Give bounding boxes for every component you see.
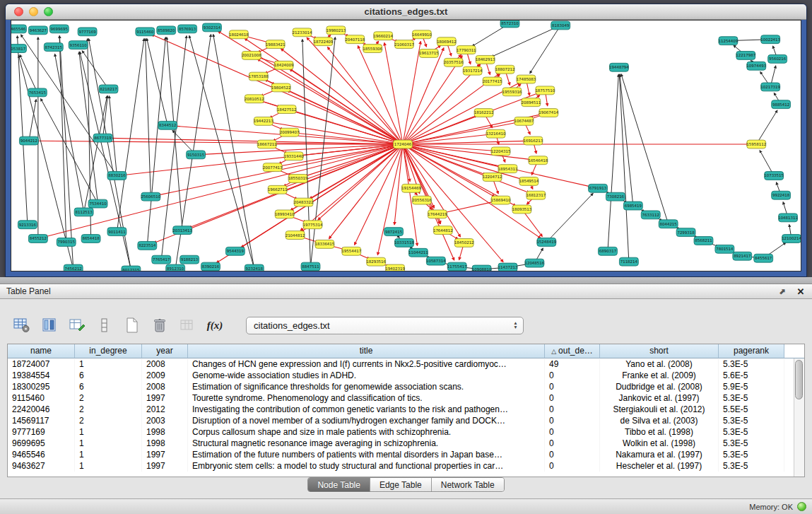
graph-node[interactable]: 9872415	[384, 228, 404, 236]
table-cell[interactable]: 6	[75, 370, 142, 381]
graph-node[interactable]: 9188213	[180, 255, 199, 264]
table-row[interactable]: 946554611997Estimation of the future num…	[8, 449, 794, 460]
table-cell[interactable]: Jankovic et al. (1997)	[600, 392, 719, 404]
graph-node[interactable]: 12217987	[736, 52, 755, 60]
table-cell[interactable]: 0	[545, 415, 600, 426]
table-cell[interactable]: 0	[545, 404, 600, 415]
graph-node[interactable]: 10974493	[746, 62, 766, 70]
graph-node[interactable]: 9465546	[11, 25, 26, 33]
graph-edge[interactable]	[146, 39, 151, 197]
table-cell[interactable]: 1998	[142, 438, 188, 449]
table-cell[interactable]: Estimation of significance thresholds fo…	[188, 381, 545, 392]
panel-splitter[interactable]: ▾	[0, 277, 812, 284]
table-cell[interactable]: 9465546	[8, 449, 75, 460]
graph-node[interactable]: 7765417	[152, 255, 171, 264]
graph-node[interactable]: 8912310	[166, 264, 185, 271]
graph-node[interactable]: 19442213	[254, 117, 273, 125]
graph-node[interactable]: 18093513	[512, 205, 532, 214]
column-header-in_degree[interactable]: in_degree	[75, 344, 142, 358]
tab-network-table[interactable]: Network Table	[431, 478, 504, 491]
graph-node[interactable]: 19448794	[609, 63, 629, 71]
graph-node[interactable]: 19613715	[419, 49, 439, 58]
graph-node[interactable]: 18993410	[275, 210, 295, 218]
graph-node[interactable]: 16649910	[412, 30, 432, 39]
table-cell[interactable]: 9115460	[8, 392, 75, 404]
table-cell[interactable]: Investigating the contribution of common…	[188, 404, 545, 415]
graph-node[interactable]: 18450212	[454, 239, 474, 247]
table-row[interactable]: 969969511998Structural magnetic resonanc…	[8, 438, 794, 449]
graph-node[interactable]: 9053817	[11, 45, 26, 53]
table-cell[interactable]: 9699695	[8, 438, 75, 449]
table-cell[interactable]: 5.3E-5	[719, 426, 784, 438]
graph-node[interactable]: 16812317	[526, 191, 546, 199]
tab-node-table[interactable]: Node Table	[308, 478, 370, 491]
table-cell[interactable]: 19384554	[8, 370, 75, 381]
graph-node[interactable]: 25606510	[141, 192, 160, 201]
graph-node[interactable]: 9150315	[187, 151, 206, 159]
table-cell[interactable]: 1997	[142, 460, 188, 472]
table-cell[interactable]: 14569117	[8, 415, 75, 426]
graph-node[interactable]: 8455212	[28, 235, 47, 243]
tab-edge-table[interactable]: Edge Table	[370, 478, 431, 491]
graph-edge[interactable]	[117, 39, 143, 232]
graph-node[interactable]: 19883421	[266, 40, 286, 49]
column-header-name[interactable]: name	[8, 344, 75, 358]
graph-node[interactable]: 19067414	[539, 109, 558, 117]
table-row[interactable]: 1938455462009Genome-wide association stu…	[8, 370, 794, 381]
graph-edge[interactable]	[619, 74, 628, 262]
graph-node[interactable]: 8572310	[500, 21, 519, 28]
graph-node[interactable]: 12204712	[483, 173, 502, 182]
table-cell[interactable]: Genome-wide association studies in ADHD.	[188, 370, 545, 381]
table-cell[interactable]: 5.3E-5	[719, 392, 784, 404]
table-cell[interactable]: 1998	[142, 426, 188, 438]
graph-node[interactable]: 19775314	[303, 221, 323, 229]
table-cell[interactable]: 5.3E-5	[719, 438, 784, 449]
table-cell[interactable]: Tourette syndrome. Phenomenology and cla…	[188, 392, 545, 404]
edit-columns-icon[interactable]	[66, 315, 88, 335]
graph-node[interactable]: 9560216	[768, 54, 787, 63]
graph-node[interactable]: 18024618	[229, 30, 249, 39]
graph-node[interactable]: 18549514	[519, 177, 539, 185]
table-cell[interactable]: 2	[75, 404, 142, 415]
graph-node[interactable]: 21060317	[394, 40, 414, 49]
graph-node[interactable]: 19154469	[401, 184, 421, 192]
graph-node[interactable]: 20894511	[521, 98, 541, 107]
graph-node[interactable]: 17853188	[249, 72, 269, 81]
graph-node[interactable]: 6791913	[589, 184, 608, 192]
table-cell[interactable]: 1	[75, 426, 142, 438]
table-cell[interactable]: 9463627	[8, 460, 75, 472]
graph-node[interactable]: 18757510	[535, 86, 555, 95]
graph-edge[interactable]	[403, 56, 462, 144]
graph-node[interactable]: 20810512	[245, 95, 264, 103]
graph-node[interactable]: 9463627	[28, 26, 47, 35]
table-cell[interactable]: 2008	[142, 358, 188, 370]
table-cell[interactable]: 2	[75, 415, 142, 426]
graph-node[interactable]: 9011411	[107, 228, 126, 236]
column-header-out_de[interactable]: △out_de…	[545, 344, 600, 358]
graph-edge[interactable]	[307, 37, 403, 144]
graph-node[interactable]: 18550319	[288, 175, 308, 183]
column-header-title[interactable]: title	[188, 344, 545, 358]
table-cell[interactable]: 1	[75, 449, 142, 460]
graph-node[interactable]: 9922418	[772, 191, 791, 199]
table-cell[interactable]: 5.3E-5	[719, 449, 784, 460]
graph-node[interactable]: 18162212	[474, 109, 494, 117]
graph-node[interactable]: 20483322	[294, 198, 314, 206]
graph-edge[interactable]	[110, 138, 403, 144]
table-cell[interactable]: 1997	[142, 392, 188, 404]
graph-node[interactable]: 10908810	[472, 265, 492, 271]
graph-edge[interactable]	[20, 55, 37, 93]
graph-node[interactable]: 8012315	[122, 266, 141, 271]
graph-edge[interactable]	[384, 42, 403, 144]
graph-node[interactable]: 11755417	[447, 262, 467, 271]
row-options-icon[interactable]	[94, 315, 115, 335]
graph-node[interactable]: 9777169	[78, 28, 97, 36]
graph-node[interactable]: 20077413	[263, 163, 283, 172]
table-cell[interactable]: 1	[75, 460, 142, 472]
graph-node[interactable]: 18667211	[257, 140, 277, 148]
graph-node[interactable]: 21233014	[293, 28, 312, 37]
function-builder-icon[interactable]: f(x)	[204, 315, 225, 335]
table-cell[interactable]: 5.9E-5	[719, 381, 784, 392]
graph-node[interactable]: 9115460	[136, 28, 155, 36]
graph-node[interactable]: 9213316	[18, 221, 37, 229]
